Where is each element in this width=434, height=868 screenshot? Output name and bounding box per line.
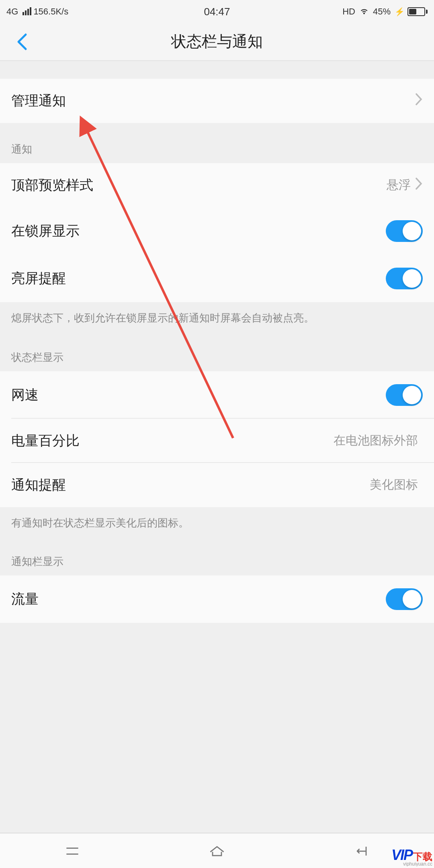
section-header-statusdisplay: 状态栏显示 xyxy=(0,331,434,371)
lockscreen-show-row[interactable]: 在锁屏显示 xyxy=(0,207,434,255)
netspeed-row[interactable]: 网速 xyxy=(0,371,434,418)
manage-notifications-row[interactable]: 管理通知 xyxy=(0,79,434,123)
chevron-right-icon xyxy=(416,178,423,193)
network-speed: 156.5K/s xyxy=(33,6,68,16)
status-left: 4G 156.5K/s xyxy=(6,6,68,16)
battery-icon xyxy=(407,7,428,16)
nav-recent-button[interactable] xyxy=(48,835,96,867)
toggle-wakescreen[interactable] xyxy=(386,268,423,289)
battery-percent: 45% xyxy=(373,6,391,16)
back-button[interactable] xyxy=(10,29,34,53)
watermark: VIP下载 viphuiyuan.cc xyxy=(391,847,432,866)
watermark-brand: VIP xyxy=(391,847,412,863)
page-title: 状态栏与通知 xyxy=(171,31,263,52)
settings-list: 管理通知 通知 顶部预览样式 悬浮 在锁屏显示 亮屏提醒 熄屏状态下，收到允许在… xyxy=(0,61,434,623)
row-value: 美化图标 xyxy=(370,477,418,492)
battery-percent-row[interactable]: 电量百分比 在电池图标外部 xyxy=(0,418,434,463)
chevron-left-icon xyxy=(16,33,27,50)
row-label: 流量 xyxy=(11,590,39,608)
network-type: 4G xyxy=(6,6,18,16)
home-icon xyxy=(208,842,226,860)
watermark-suffix: 下载 xyxy=(413,851,432,862)
toggle-lockscreen[interactable] xyxy=(386,220,423,242)
hd-indicator: HD xyxy=(342,6,355,16)
section-header-notification: 通知 xyxy=(0,123,434,163)
row-label: 网速 xyxy=(11,385,39,404)
section-header-notificationbar: 通知栏显示 xyxy=(0,535,434,575)
preview-style-row[interactable]: 顶部预览样式 悬浮 xyxy=(0,163,434,207)
row-label: 亮屏提醒 xyxy=(11,269,66,288)
toggle-netspeed[interactable] xyxy=(386,384,423,405)
back-icon xyxy=(353,842,371,860)
traffic-row[interactable]: 流量 xyxy=(0,575,434,623)
notify-remind-row[interactable]: 通知提醒 美化图标 xyxy=(0,463,434,507)
section-footer: 熄屏状态下，收到允许在锁屏显示的新通知时屏幕会自动被点亮。 xyxy=(0,302,434,331)
row-label: 管理通知 xyxy=(11,92,66,110)
row-label: 在锁屏显示 xyxy=(11,222,80,240)
row-label: 电量百分比 xyxy=(11,431,80,450)
row-label: 顶部预览样式 xyxy=(11,176,93,194)
section-footer: 有通知时在状态栏显示美化后的图标。 xyxy=(0,507,434,535)
toggle-traffic[interactable] xyxy=(386,588,423,610)
row-label: 通知提醒 xyxy=(11,475,66,494)
signal-icon xyxy=(22,7,31,15)
header: 状态栏与通知 xyxy=(0,23,434,61)
navigation-bar xyxy=(0,833,434,868)
nav-back-button[interactable] xyxy=(338,835,386,867)
nav-home-button[interactable] xyxy=(193,835,241,867)
row-value: 在电池图标外部 xyxy=(334,433,418,448)
wake-screen-row[interactable]: 亮屏提醒 xyxy=(0,255,434,302)
wifi-icon xyxy=(358,5,370,18)
status-bar: 4G 156.5K/s 04:47 HD 45% ⚡ xyxy=(0,0,434,23)
status-right: HD 45% ⚡ xyxy=(342,5,428,18)
charging-icon: ⚡ xyxy=(395,7,404,16)
chevron-right-icon xyxy=(416,93,423,108)
row-value: 悬浮 xyxy=(387,178,411,193)
status-time: 04:47 xyxy=(204,5,230,17)
menu-icon xyxy=(63,842,81,860)
